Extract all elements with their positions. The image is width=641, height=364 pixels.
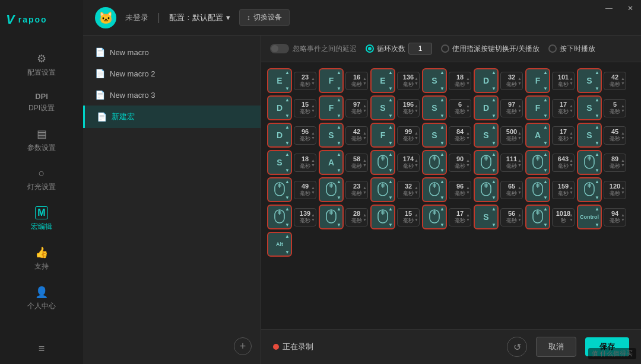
key-down-arrow-icon[interactable]: ▼ [543, 141, 548, 146]
key-down-arrow-icon[interactable]: ▼ [285, 86, 290, 91]
key-down-arrow-icon[interactable]: ▼ [491, 168, 496, 173]
key-button[interactable]: ▲S▼ [577, 68, 602, 93]
key-down-arrow-icon[interactable]: ▼ [595, 168, 599, 173]
mouse-button[interactable]: ▲ ▼ [370, 150, 395, 175]
delay-box[interactable]: 42毫秒▲▼ [345, 126, 368, 145]
sidebar-item-config[interactable]: ⚙ 配置设置 [0, 45, 83, 85]
delay-box[interactable]: 42毫秒▲▼ [604, 72, 626, 90]
delay-down-arrow[interactable]: ▼ [414, 190, 418, 194]
macro-item-3[interactable]: 📄 New macro 3 [83, 84, 261, 106]
delay-box[interactable]: 136毫秒▲▼ [397, 72, 420, 90]
key-button[interactable]: ▲D▼ [474, 95, 499, 120]
delay-down-arrow[interactable]: ▼ [311, 136, 315, 140]
delay-down-arrow[interactable]: ▼ [466, 218, 470, 222]
delay-box[interactable]: 196毫秒▲▼ [397, 99, 420, 117]
delay-up-arrow[interactable]: ▲ [569, 186, 573, 190]
delay-up-arrow[interactable]: ▲ [363, 104, 367, 108]
sidebar-item-support[interactable]: 👍 支持 [0, 239, 83, 279]
delay-box[interactable]: 97毫秒▲▼ [345, 99, 368, 117]
delay-box[interactable]: 28毫秒▲▼ [345, 208, 368, 226]
finger-switch-radio-btn[interactable] [441, 44, 449, 53]
key-down-arrow-icon[interactable]: ▼ [337, 168, 341, 173]
mouse-button[interactable]: ▲ ▼ [577, 150, 602, 175]
add-macro-button[interactable]: + [234, 337, 252, 355]
key-down-arrow-icon[interactable]: ▼ [285, 195, 290, 200]
delay-down-arrow[interactable]: ▼ [311, 163, 315, 167]
delay-box[interactable]: 45毫秒▲▼ [604, 126, 626, 145]
delay-box[interactable]: 96毫秒▲▼ [294, 126, 316, 145]
mouse-button[interactable]: ▲ ▼ [422, 205, 447, 229]
key-up-arrow-icon[interactable]: ▲ [388, 152, 393, 157]
key-button[interactable]: ▲Control▼ [577, 205, 602, 229]
delay-down-arrow[interactable]: ▼ [311, 218, 315, 222]
delay-box[interactable]: 18毫秒▲▼ [294, 154, 316, 172]
key-button[interactable]: ▲A▼ [525, 123, 550, 148]
key-down-arrow-icon[interactable]: ▼ [595, 113, 599, 119]
key-button[interactable]: ▲F▼ [525, 68, 550, 93]
key-up-arrow-icon[interactable]: ▲ [543, 70, 548, 75]
delay-down-arrow[interactable]: ▼ [311, 108, 315, 113]
key-up-arrow-icon[interactable]: ▲ [285, 179, 290, 184]
key-down-arrow-icon[interactable]: ▼ [337, 141, 341, 146]
delay-down-arrow[interactable]: ▼ [518, 81, 522, 85]
delay-box[interactable]: 94毫秒▲▼ [604, 208, 626, 226]
key-up-arrow-icon[interactable]: ▲ [440, 70, 445, 75]
key-down-arrow-icon[interactable]: ▼ [337, 86, 341, 91]
delay-box[interactable]: 99毫秒▲▼ [397, 126, 420, 145]
delay-up-arrow[interactable]: ▲ [518, 213, 522, 217]
key-down-arrow-icon[interactable]: ▼ [595, 86, 599, 91]
delay-down-arrow[interactable]: ▼ [363, 163, 367, 167]
delay-up-arrow[interactable]: ▲ [466, 158, 470, 162]
key-button[interactable]: ▲Alt▼ [267, 232, 292, 257]
delay-down-arrow[interactable]: ▼ [466, 108, 470, 113]
key-button[interactable]: ▲S▼ [577, 123, 602, 148]
cancel-button[interactable]: 取消 [536, 337, 576, 357]
key-down-arrow-icon[interactable]: ▼ [285, 222, 290, 228]
delay-up-arrow[interactable]: ▲ [621, 76, 625, 81]
delay-up-arrow[interactable]: ▲ [569, 131, 573, 135]
key-down-arrow-icon[interactable]: ▼ [543, 222, 548, 228]
delay-down-arrow[interactable]: ▼ [414, 81, 418, 85]
key-up-arrow-icon[interactable]: ▲ [440, 152, 445, 157]
delay-up-arrow[interactable]: ▲ [518, 76, 522, 81]
key-up-arrow-icon[interactable]: ▲ [285, 206, 290, 212]
sidebar-item-params[interactable]: ▤ 参数设置 [0, 120, 83, 160]
key-button[interactable]: ▲A▼ [319, 150, 344, 175]
delay-up-arrow[interactable]: ▲ [311, 104, 315, 108]
key-up-arrow-icon[interactable]: ▲ [388, 70, 393, 75]
ignore-delay-toggle[interactable]: 忽略事件之间的延迟 [270, 44, 357, 54]
delay-down-arrow[interactable]: ▼ [311, 81, 315, 85]
key-down-arrow-icon[interactable]: ▼ [440, 222, 445, 228]
key-button[interactable]: ▲S▼ [577, 95, 602, 120]
key-down-arrow-icon[interactable]: ▼ [440, 141, 445, 146]
key-button[interactable]: ▲F▼ [370, 123, 395, 148]
key-down-arrow-icon[interactable]: ▼ [440, 168, 445, 173]
delay-up-arrow[interactable]: ▲ [518, 131, 522, 135]
delay-up-arrow[interactable]: ▲ [311, 131, 315, 135]
delay-box[interactable]: 23毫秒▲▼ [345, 181, 368, 199]
key-up-arrow-icon[interactable]: ▲ [595, 152, 599, 157]
key-up-arrow-icon[interactable]: ▲ [543, 206, 548, 212]
delay-up-arrow[interactable]: ▲ [621, 186, 625, 190]
delay-down-arrow[interactable]: ▼ [518, 218, 522, 222]
key-button[interactable]: ▲S▼ [370, 95, 395, 120]
key-down-arrow-icon[interactable]: ▼ [440, 86, 445, 91]
key-down-arrow-icon[interactable]: ▼ [491, 86, 496, 91]
key-up-arrow-icon[interactable]: ▲ [337, 179, 341, 184]
key-up-arrow-icon[interactable]: ▲ [337, 97, 341, 103]
key-down-arrow-icon[interactable]: ▼ [337, 195, 341, 200]
macro-item-2[interactable]: 📄 New macro 2 [83, 63, 261, 84]
delay-box[interactable]: 643毫秒▲▼ [552, 154, 575, 172]
delay-down-arrow[interactable]: ▼ [518, 136, 522, 140]
delay-box[interactable]: 32毫秒▲▼ [500, 72, 523, 90]
delay-up-arrow[interactable]: ▲ [414, 76, 418, 81]
delay-down-arrow[interactable]: ▼ [363, 136, 367, 140]
key-up-arrow-icon[interactable]: ▲ [491, 206, 496, 212]
delay-box[interactable]: 15毫秒▲▼ [397, 208, 420, 226]
delay-up-arrow[interactable]: ▲ [311, 186, 315, 190]
key-up-arrow-icon[interactable]: ▲ [388, 206, 393, 212]
toggle-switch-control[interactable] [270, 44, 289, 53]
delay-up-arrow[interactable]: ▲ [363, 213, 367, 217]
key-button[interactable]: ▲D▼ [474, 68, 499, 93]
delay-down-arrow[interactable]: ▼ [518, 163, 522, 167]
